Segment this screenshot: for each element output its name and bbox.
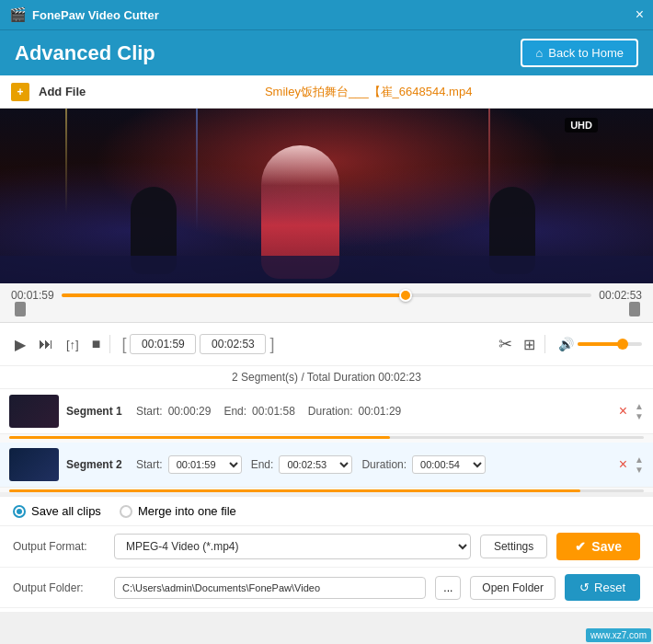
timeline-end: 00:02:53: [599, 289, 642, 302]
clip-button[interactable]: ⊞: [520, 332, 539, 357]
merge-label: Merge into one file: [138, 504, 236, 518]
segment-2-progress-fill: [9, 489, 580, 492]
segment-1-start-label: Start:: [136, 405, 163, 418]
segment-list: Segment 1 Start: 00:00:29 End: 00:01:58 …: [0, 389, 653, 492]
segment-1-progress: [9, 436, 644, 439]
segment-2-progress: [9, 489, 644, 492]
segment-2-end-select[interactable]: 00:02:53: [279, 455, 352, 474]
seg-thumb-inner-2: [9, 448, 59, 481]
play-button[interactable]: ▶: [11, 332, 29, 357]
start-time-input[interactable]: [130, 334, 196, 354]
segment-2-thumb: [9, 448, 59, 481]
browse-button[interactable]: ...: [435, 576, 461, 600]
segment-2-start-label: Start:: [136, 458, 163, 471]
folder-row: Output Folder: ... Open Folder ↺ Reset: [0, 568, 653, 608]
range-handles: [11, 302, 642, 316]
back-to-home-button[interactable]: ⌂ Back to Home: [521, 39, 638, 67]
video-preview: UHD: [0, 109, 653, 283]
save-options: Save all clips Merge into one file: [0, 496, 653, 526]
segment-1-arrows[interactable]: ▲ ▼: [635, 401, 644, 421]
save-all-option[interactable]: Save all clips: [13, 504, 101, 518]
timeline-track: 00:01:59 00:02:53: [11, 289, 642, 302]
save-all-label: Save all clips: [31, 504, 101, 518]
segment-2-info: Segment 2 Start: 00:01:59 End: 00:02:53 …: [66, 455, 608, 474]
volume-group: 🔊: [558, 337, 642, 351]
segment-2-end-label: End:: [251, 458, 274, 471]
open-folder-button[interactable]: Open Folder: [470, 576, 556, 600]
folder-label: Output Folder:: [13, 581, 105, 594]
scissors-button[interactable]: ✂: [495, 330, 516, 358]
format-select[interactable]: MPEG-4 Video (*.mp4): [114, 534, 471, 559]
range-left-handle[interactable]: [15, 302, 26, 316]
format-label: Output Format:: [13, 540, 105, 553]
scissors-group: ✂ ⊞: [495, 330, 539, 358]
segment-row: Segment 2 Start: 00:01:59 End: 00:02:53 …: [0, 443, 653, 488]
save-all-dot: [17, 509, 22, 514]
timeline-start: 00:01:59: [11, 289, 54, 302]
timeline-area: 00:01:59 00:02:53: [0, 283, 653, 323]
header: Advanced Clip ⌂ Back to Home: [0, 29, 653, 75]
title-bar-left: 🎬 FonePaw Video Cutter: [9, 6, 159, 23]
seg-thumb-inner-1: [9, 395, 59, 428]
scrubber-bar[interactable]: [62, 293, 592, 297]
stage-light-2: [196, 109, 198, 231]
range-right-handle[interactable]: [629, 302, 640, 316]
controls-row: ▶ ⏭ [↑] ■ [ ] ✂ ⊞ 🔊: [0, 323, 653, 366]
home-icon: ⌂: [535, 46, 543, 60]
close-button[interactable]: ×: [636, 6, 644, 23]
page-title: Advanced Clip: [15, 41, 155, 65]
scrubber-filled: [62, 293, 407, 297]
reset-button[interactable]: ↺ Reset: [565, 574, 640, 601]
segment-2-start-select[interactable]: 00:01:59: [168, 455, 242, 474]
segment-2-close[interactable]: ×: [619, 456, 627, 473]
save-label: Save: [591, 539, 622, 554]
segment-1-thumb: [9, 395, 59, 428]
segment-2-dur-select[interactable]: 00:00:54: [412, 455, 486, 474]
segments-info: 2 Segment(s) / Total Duration 00:02:23: [0, 366, 653, 389]
volume-slider[interactable]: [578, 342, 642, 346]
folder-path-input[interactable]: [114, 577, 426, 599]
segment-2-arrows[interactable]: ▲ ▼: [635, 454, 644, 475]
segment-1-end-label: End:: [223, 405, 246, 418]
add-file-label[interactable]: Add File: [39, 85, 86, 98]
start-bracket: [: [121, 335, 126, 354]
segment-1-close[interactable]: ×: [619, 403, 627, 420]
save-check-icon: ✔: [575, 539, 586, 554]
file-name: Smiley饭拍舞台___【崔_6648544.mp4: [95, 84, 642, 100]
divider-2: [544, 335, 545, 353]
title-bar: 🎬 FonePaw Video Cutter ×: [0, 0, 653, 29]
scrubber-thumb[interactable]: [399, 289, 412, 302]
frame-icon: [↑]: [66, 338, 79, 351]
add-file-bar: + Add File Smiley饭拍舞台___【崔_6648544.mp4: [0, 75, 653, 109]
volume-filled: [578, 342, 623, 346]
add-file-icon[interactable]: +: [11, 83, 29, 101]
step-icon: ⏭: [39, 336, 53, 352]
merge-radio[interactable]: [120, 505, 132, 518]
segment-row: Segment 1 Start: 00:00:29 End: 00:01:58 …: [0, 389, 653, 434]
crowd-area: [0, 256, 653, 283]
save-button[interactable]: ✔ Save: [556, 533, 640, 560]
segment-1-dur-label: Duration:: [308, 405, 353, 418]
scrubber-container[interactable]: [62, 290, 592, 301]
stop-button[interactable]: ■: [88, 332, 105, 356]
uhd-badge: UHD: [565, 118, 598, 132]
segment-1-progress-fill: [9, 436, 390, 439]
step-forward-button[interactable]: ⏭: [35, 332, 57, 356]
merge-option[interactable]: Merge into one file: [120, 504, 236, 518]
frame-step-button[interactable]: [↑]: [63, 334, 83, 355]
volume-thumb[interactable]: [617, 339, 628, 350]
reset-label: Reset: [594, 581, 625, 594]
stage-light-1: [65, 109, 67, 213]
segment-1-name: Segment 1: [66, 405, 131, 418]
reset-icon: ↺: [579, 581, 590, 594]
save-all-radio[interactable]: [13, 505, 26, 518]
start-time-group: [ ]: [121, 334, 274, 354]
divider-1: [109, 335, 110, 353]
watermark: www.xz7.com: [586, 628, 651, 642]
segment-1-end-value: 00:01:58: [252, 405, 295, 418]
video-inner: UHD: [0, 109, 653, 283]
stage-light-3: [488, 109, 490, 223]
watermark-text: www.xz7.com: [590, 630, 647, 640]
settings-button[interactable]: Settings: [480, 535, 547, 558]
end-time-input[interactable]: [200, 334, 266, 354]
